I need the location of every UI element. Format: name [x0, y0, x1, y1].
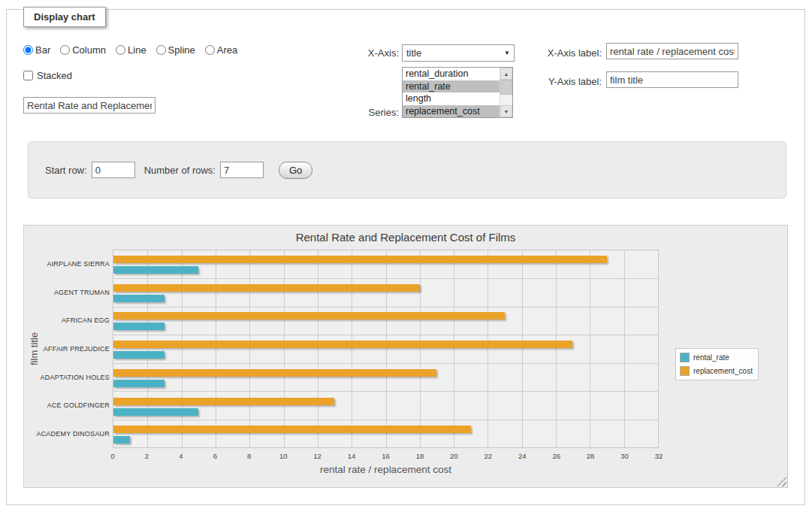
x-tick-labels: 02468101214161820222426283032 [113, 452, 659, 461]
listbox-scrollbar[interactable]: ▲ ▼ [500, 68, 512, 117]
chart-type-area[interactable]: Area [205, 44, 237, 56]
series-option-rental_duration[interactable]: rental_duration [403, 68, 500, 80]
x-tick-label: 12 [313, 452, 321, 460]
gridline [182, 250, 183, 447]
x-tick-label: 8 [247, 452, 251, 460]
chart-type-spline[interactable]: Spline [156, 44, 195, 56]
gridline [113, 335, 658, 335]
chart-type-radio-spline[interactable] [156, 45, 166, 55]
row-range-box: Start row: Number of rows: Go [28, 141, 786, 198]
y-axis-label-input[interactable] [606, 71, 738, 88]
stacked-label: Stacked [37, 70, 72, 81]
bar-replacement_cost [113, 426, 471, 433]
series-options: rental_durationrental_ratelengthreplacem… [403, 68, 500, 117]
plot-area [113, 250, 659, 448]
category-label: AFRICAN EGG [45, 306, 110, 335]
gridline [522, 250, 523, 447]
scroll-up-icon[interactable]: ▲ [500, 68, 512, 80]
legend-swatch [680, 366, 690, 376]
series-option-replacement_cost[interactable]: replacement_cost [403, 105, 500, 118]
chart-type-label: Column [72, 44, 106, 56]
stacked-checkbox-row[interactable]: Stacked [23, 70, 72, 81]
gridline [249, 250, 250, 447]
gridline [284, 250, 285, 447]
category-label: ADAPTATION HOLES [45, 363, 110, 392]
bar-rental_rate [113, 323, 165, 330]
chart-title: Rental Rate and Replacement Cost of Film… [24, 231, 787, 244]
go-button[interactable]: Go [279, 162, 312, 179]
bar-rental_rate [113, 408, 198, 416]
bar-replacement_cost [113, 284, 420, 292]
chart-type-radio-area[interactable] [205, 45, 215, 55]
chart-type-line[interactable]: Line [116, 44, 146, 56]
series-option-length[interactable]: length [403, 92, 500, 105]
x-axis-select-value: title [406, 47, 421, 59]
x-tick-label: 2 [145, 452, 149, 460]
category-label: AFFAIR PREJUDICE [45, 335, 110, 363]
category-label: ACADEMY DINOSAUR [45, 420, 110, 448]
x-tick-label: 30 [620, 452, 629, 460]
gridline [624, 250, 625, 447]
stacked-checkbox[interactable] [23, 71, 33, 80]
chart-type-label: Bar [35, 44, 50, 56]
chart-type-radios: BarColumnLineSplineArea [23, 44, 237, 56]
bar-replacement_cost [113, 256, 607, 263]
bar-rental_rate [113, 436, 130, 444]
chart-type-radio-bar[interactable] [23, 45, 33, 55]
gridline [113, 307, 658, 308]
chart-type-radio-column[interactable] [60, 45, 70, 55]
legend-item-replacement_cost: replacement_cost [680, 366, 753, 376]
x-axis-title: rental rate / replacement cost [113, 464, 659, 475]
gridline [113, 363, 658, 364]
x-tick-label: 28 [587, 452, 595, 460]
x-tick-label: 20 [450, 452, 458, 460]
gridline [352, 250, 352, 447]
x-axis-label-field-label: X-Axis label: [533, 47, 602, 59]
chart-title-input[interactable] [23, 97, 155, 114]
bar-replacement_cost [113, 341, 572, 348]
series-option-rental_rate[interactable]: rental_rate [403, 80, 500, 93]
series-select-label: Series: [330, 107, 399, 118]
bar-replacement_cost [113, 398, 334, 405]
gridline [590, 250, 590, 447]
legend-item-rental_rate: rental_rate [680, 353, 753, 362]
series-listbox[interactable]: rental_durationrental_ratelengthreplacem… [402, 67, 513, 118]
display-chart-panel: Display chart BarColumnLineSplineArea St… [6, 9, 805, 505]
x-axis-label-input[interactable] [606, 43, 738, 59]
resize-grip-icon[interactable] [777, 477, 786, 486]
x-tick-label: 0 [110, 452, 114, 460]
num-rows-label: Number of rows: [144, 165, 216, 176]
category-label: AGENT TRUMAN [45, 278, 110, 307]
scrollbar-thumb[interactable] [500, 80, 512, 95]
y-axis-title: film title [24, 250, 44, 448]
chart-type-bar[interactable]: Bar [23, 44, 50, 56]
chevron-down-icon[interactable]: ▼ [500, 45, 514, 61]
start-row-label: Start row: [45, 165, 87, 176]
x-tick-label: 16 [382, 452, 390, 460]
chart-type-label: Area [217, 44, 237, 56]
chart-type-label: Line [128, 44, 146, 56]
x-axis-select[interactable]: title ▼ [402, 44, 515, 62]
x-tick-label: 24 [518, 452, 527, 460]
x-axis-select-label: X-Axis: [330, 47, 399, 59]
x-tick-label: 10 [279, 452, 288, 460]
bar-replacement_cost [113, 369, 436, 377]
gridline [454, 250, 454, 447]
start-row-input[interactable] [92, 162, 135, 178]
gridline [386, 250, 387, 447]
legend-swatch [680, 353, 690, 362]
bar-rental_rate [113, 295, 165, 302]
chart-type-column[interactable]: Column [60, 44, 106, 56]
bar-rental_rate [113, 380, 165, 387]
chart-type-radio-line[interactable] [116, 45, 125, 55]
gridline [113, 278, 658, 279]
gridline [420, 250, 421, 447]
bar-rental_rate [113, 351, 165, 359]
legend-label: rental_rate [693, 353, 729, 362]
gridline [318, 250, 318, 447]
chart-legend: rental_ratereplacement_cost [675, 348, 759, 380]
gridline [113, 391, 658, 392]
num-rows-input[interactable] [220, 162, 264, 178]
gridline [488, 250, 488, 447]
scroll-down-icon[interactable]: ▼ [500, 105, 512, 117]
